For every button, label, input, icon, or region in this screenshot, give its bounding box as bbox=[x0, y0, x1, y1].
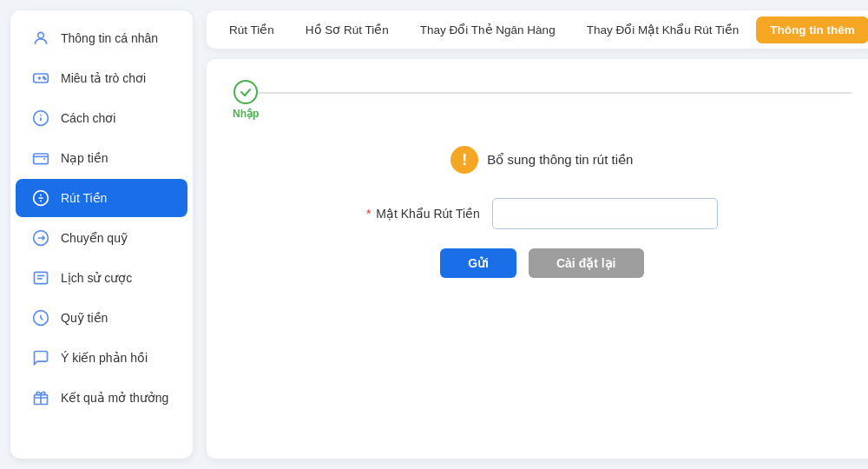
info-icon bbox=[31, 109, 50, 128]
tab-thay-doi-mat-khau-rut-tien[interactable]: Thay Đổi Mật Khẩu Rút Tiền bbox=[573, 16, 753, 43]
sidebar-item-label: Rút Tiền bbox=[61, 191, 107, 205]
sidebar-item-mieu-ta-tro-choi[interactable]: Miêu tả trò chơi bbox=[16, 59, 187, 97]
svg-point-3 bbox=[44, 78, 46, 80]
warning-icon: ! bbox=[450, 146, 478, 174]
wallet-icon bbox=[31, 149, 50, 168]
banner-text: Bổ sung thông tin rút tiền bbox=[487, 152, 633, 168]
step-line bbox=[259, 92, 851, 94]
user-icon bbox=[31, 29, 50, 48]
sidebar-item-ket-qua-mo-thuong[interactable]: Kết quả mở thưởng bbox=[16, 379, 187, 417]
sidebar-item-label: Thông tin cá nhân bbox=[61, 31, 158, 45]
fund-icon bbox=[31, 308, 50, 327]
password-form-row: * Mật Khẩu Rút Tiền bbox=[366, 198, 718, 229]
sidebar-item-quy-tien[interactable]: Quỹ tiền bbox=[16, 299, 187, 337]
chat-icon bbox=[31, 348, 50, 367]
info-banner: ! Bổ sung thông tin rút tiền bbox=[450, 146, 633, 174]
sidebar-item-label: Nạp tiền bbox=[61, 151, 108, 165]
history-icon bbox=[31, 268, 50, 287]
main-content: Rút Tiền Hồ Sơ Rút Tiền Thay Đổi Thẻ Ngâ… bbox=[193, 0, 868, 469]
tab-thay-doi-the-ngan-hang[interactable]: Thay Đổi Thẻ Ngân Hàng bbox=[406, 16, 569, 43]
tab-thong-tin-them[interactable]: Thông tin thêm bbox=[756, 17, 868, 43]
sidebar-item-label: Cách chơi bbox=[61, 111, 115, 125]
sidebar-item-label: Kết quả mở thưởng bbox=[61, 391, 168, 405]
sidebar: Thông tin cá nhân Miêu tả trò chơi Cách … bbox=[10, 10, 193, 459]
submit-button[interactable]: Gửi bbox=[440, 248, 516, 278]
sidebar-item-nap-tien[interactable]: Nạp tiền bbox=[16, 139, 187, 177]
button-row: Gửi Cài đặt lại bbox=[440, 248, 643, 278]
tab-ho-so-rut-tien[interactable]: Hồ Sơ Rút Tiền bbox=[292, 16, 403, 43]
step-circle-done bbox=[233, 80, 258, 104]
gift-icon bbox=[31, 388, 50, 407]
sidebar-item-label: Lịch sử cược bbox=[61, 271, 132, 285]
sidebar-item-cach-choi[interactable]: Cách chơi bbox=[16, 99, 187, 137]
tab-rut-tien[interactable]: Rút Tiền bbox=[215, 16, 288, 43]
password-label: * Mật Khẩu Rút Tiền bbox=[366, 207, 480, 221]
password-label-text: Mật Khẩu Rút Tiền bbox=[376, 207, 480, 221]
sidebar-item-label: Ý kiến phản hồi bbox=[61, 351, 148, 365]
svg-point-0 bbox=[38, 32, 44, 38]
transfer-icon bbox=[31, 228, 50, 248]
sidebar-item-thong-tin-ca-nhan[interactable]: Thông tin cá nhân bbox=[16, 19, 187, 57]
stepper: Nhập bbox=[233, 80, 852, 120]
sidebar-item-lich-su-cuoc[interactable]: Lịch sử cược bbox=[16, 259, 187, 297]
sidebar-item-label: Quỹ tiền bbox=[61, 311, 108, 325]
sidebar-item-y-kien-phan-hoi[interactable]: Ý kiến phản hồi bbox=[16, 339, 187, 377]
password-input[interactable] bbox=[492, 198, 718, 229]
required-mark: * bbox=[366, 207, 371, 221]
sidebar-item-chuyen-quy[interactable]: Chuyển quỹ bbox=[16, 219, 187, 257]
sidebar-item-label: Chuyển quỹ bbox=[61, 231, 128, 245]
money-icon bbox=[31, 188, 50, 208]
tab-bar: Rút Tiền Hồ Sơ Rút Tiền Thay Đổi Thẻ Ngâ… bbox=[207, 10, 868, 49]
sidebar-item-rut-tien[interactable]: Rút Tiền bbox=[16, 179, 187, 217]
form-section: ! Bổ sung thông tin rút tiền * Mật Khẩu … bbox=[233, 146, 852, 278]
svg-rect-6 bbox=[34, 154, 49, 164]
step-label: Nhập bbox=[233, 108, 259, 120]
reset-button[interactable]: Cài đặt lại bbox=[529, 248, 644, 278]
content-area: Nhập ! Bổ sung thông tin rút tiền * Mật … bbox=[207, 59, 868, 459]
game-icon bbox=[31, 69, 50, 88]
step-nhap: Nhập bbox=[233, 80, 259, 120]
sidebar-item-label: Miêu tả trò chơi bbox=[61, 71, 146, 85]
